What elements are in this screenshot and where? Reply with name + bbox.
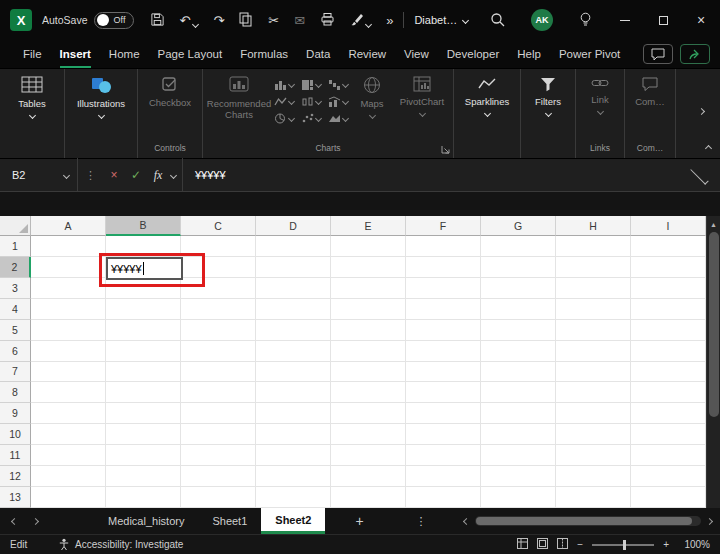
row-header-1[interactable]: 1 — [0, 236, 31, 257]
cell-G8[interactable] — [481, 382, 556, 403]
accept-icon[interactable]: ✓ — [125, 168, 147, 182]
cell-A10[interactable] — [31, 424, 106, 445]
filters-button[interactable]: Filters — [526, 71, 570, 116]
recommended-charts-button[interactable]: Recommended Charts — [208, 71, 270, 121]
waterfall-chart-icon[interactable] — [328, 79, 348, 90]
cancel-icon[interactable]: × — [103, 168, 125, 182]
cell-B12[interactable] — [106, 466, 181, 487]
zoom-slider-knob[interactable] — [623, 540, 626, 550]
close-button[interactable]: × — [682, 0, 720, 40]
accessibility-status[interactable]: Accessibility: Investigate — [58, 538, 183, 552]
cell-I2[interactable] — [631, 257, 706, 278]
cut-icon[interactable]: ✂ — [268, 14, 279, 27]
surface-chart-icon[interactable] — [328, 113, 348, 124]
cell-F7[interactable] — [406, 362, 481, 383]
cell-F9[interactable] — [406, 403, 481, 424]
zoom-slider[interactable] — [592, 544, 654, 546]
cell-I4[interactable] — [631, 299, 706, 320]
row-header-4[interactable]: 4 — [0, 299, 31, 320]
row-header-5[interactable]: 5 — [0, 320, 31, 341]
cell-I6[interactable] — [631, 341, 706, 362]
hierarchy-chart-icon[interactable] — [301, 79, 321, 90]
cell-D12[interactable] — [256, 466, 331, 487]
cell-F8[interactable] — [406, 382, 481, 403]
cell-A13[interactable] — [31, 487, 106, 508]
cell-I7[interactable] — [631, 362, 706, 383]
redo-button[interactable]: ↷ — [213, 14, 224, 27]
autosave-control[interactable]: AutoSave Off — [42, 12, 134, 29]
zoom-out-icon[interactable]: − — [577, 539, 583, 550]
cell-E6[interactable] — [331, 341, 406, 362]
cell-B11[interactable] — [106, 445, 181, 466]
cell-I3[interactable] — [631, 278, 706, 299]
scroll-up-icon[interactable]: ▲ — [710, 216, 717, 232]
cell-C5[interactable] — [181, 320, 256, 341]
tables-button[interactable]: Tables — [5, 71, 59, 118]
cell-I13[interactable] — [631, 487, 706, 508]
horizontal-scroll-track[interactable] — [475, 516, 701, 526]
column-header-G[interactable]: G — [481, 216, 556, 236]
sheet-tab-medical-history[interactable]: Medical_history — [94, 508, 198, 534]
excel-logo-icon[interactable]: X — [10, 9, 32, 31]
cell-G13[interactable] — [481, 487, 556, 508]
prev-sheet-icon[interactable] — [11, 517, 18, 524]
sheet-options-icon[interactable]: ⋮ — [416, 515, 427, 528]
cell-H4[interactable] — [556, 299, 631, 320]
ribbon-tab-insert[interactable]: Insert — [51, 40, 100, 68]
row-header-3[interactable]: 3 — [0, 278, 31, 299]
cell-E13[interactable] — [331, 487, 406, 508]
cell-B6[interactable] — [106, 341, 181, 362]
sheet-tab-sheet1[interactable]: Sheet1 — [198, 508, 261, 534]
cell-C4[interactable] — [181, 299, 256, 320]
cell-D10[interactable] — [256, 424, 331, 445]
cell-A3[interactable] — [31, 278, 106, 299]
formula-input[interactable]: ¥¥¥¥¥ — [182, 158, 689, 192]
scatter-chart-icon[interactable] — [301, 113, 321, 124]
cell-G1[interactable] — [481, 236, 556, 257]
column-chart-icon[interactable] — [274, 79, 294, 90]
cell-F12[interactable] — [406, 466, 481, 487]
ribbon-tab-review[interactable]: Review — [339, 40, 395, 68]
select-all-corner[interactable] — [0, 216, 31, 236]
cell-E3[interactable] — [331, 278, 406, 299]
cell-F11[interactable] — [406, 445, 481, 466]
cell-A4[interactable] — [31, 299, 106, 320]
cell-B7[interactable] — [106, 362, 181, 383]
cell-G2[interactable] — [481, 257, 556, 278]
search-icon[interactable] — [490, 12, 505, 29]
cell-C11[interactable] — [181, 445, 256, 466]
cell-C9[interactable] — [181, 403, 256, 424]
cell-I5[interactable] — [631, 320, 706, 341]
cell-E12[interactable] — [331, 466, 406, 487]
column-header-F[interactable]: F — [406, 216, 481, 236]
cell-B10[interactable] — [106, 424, 181, 445]
cell-B8[interactable] — [106, 382, 181, 403]
document-name[interactable]: Diabet… — [414, 14, 468, 26]
collapse-ribbon-icon[interactable] — [705, 145, 712, 152]
cell-F6[interactable] — [406, 341, 481, 362]
cell-A1[interactable] — [31, 236, 106, 257]
cell-B13[interactable] — [106, 487, 181, 508]
cell-H6[interactable] — [556, 341, 631, 362]
column-header-A[interactable]: A — [31, 216, 106, 236]
cell-G5[interactable] — [481, 320, 556, 341]
column-header-D[interactable]: D — [256, 216, 331, 236]
cell-G10[interactable] — [481, 424, 556, 445]
cell-H10[interactable] — [556, 424, 631, 445]
ribbon-tab-power-pivot[interactable]: Power Pivot — [550, 40, 629, 68]
combo-chart-icon[interactable] — [328, 96, 348, 107]
cell-E9[interactable] — [331, 403, 406, 424]
cell-I1[interactable] — [631, 236, 706, 257]
cell-F2[interactable] — [406, 257, 481, 278]
ribbon-tab-file[interactable]: File — [14, 40, 51, 68]
cell-D2[interactable] — [256, 257, 331, 278]
vertical-scrollbar[interactable]: ▲ — [706, 216, 720, 508]
column-header-I[interactable]: I — [631, 216, 706, 236]
comment-button[interactable]: Com… — [630, 71, 670, 108]
cell-I12[interactable] — [631, 466, 706, 487]
cell-D6[interactable] — [256, 341, 331, 362]
scroll-right-icon[interactable] — [706, 517, 713, 524]
cell-F4[interactable] — [406, 299, 481, 320]
pivotchart-button[interactable]: PivotChart — [396, 71, 448, 116]
ribbon-tab-view[interactable]: View — [395, 40, 438, 68]
